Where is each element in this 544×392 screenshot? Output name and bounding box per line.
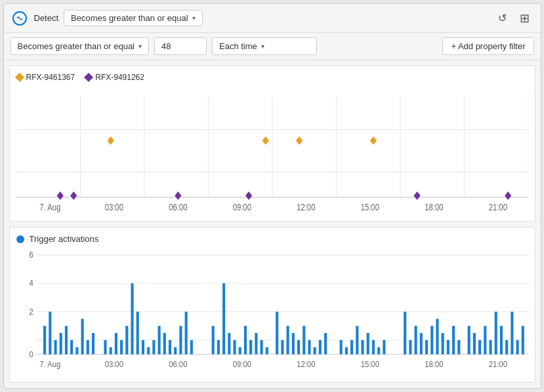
svg-rect-95 bbox=[383, 340, 385, 355]
legend-dot-rfx1 bbox=[14, 73, 24, 82]
svg-rect-49 bbox=[104, 340, 106, 355]
add-property-filter-button[interactable]: + Add property filter bbox=[442, 37, 534, 55]
svg-text:21:00: 21:00 bbox=[488, 201, 507, 212]
frequency-label: Each time bbox=[219, 41, 257, 51]
svg-rect-112 bbox=[494, 312, 497, 355]
svg-rect-76 bbox=[265, 347, 268, 355]
svg-rect-41 bbox=[54, 340, 56, 355]
bar-chart-title-row: Trigger activations bbox=[16, 234, 528, 244]
svg-rect-99 bbox=[419, 333, 422, 355]
svg-rect-80 bbox=[291, 333, 294, 355]
svg-rect-113 bbox=[499, 326, 502, 354]
value-input[interactable] bbox=[154, 37, 207, 55]
condition-dropdown[interactable]: Becomes greater than or equal ▾ bbox=[10, 37, 150, 55]
bar-chart-title-label: Trigger activations bbox=[30, 234, 99, 244]
svg-rect-61 bbox=[168, 340, 171, 355]
svg-text:06:00: 06:00 bbox=[169, 201, 187, 212]
svg-rect-70 bbox=[233, 340, 236, 355]
svg-rect-73 bbox=[249, 340, 252, 355]
svg-marker-12 bbox=[107, 136, 114, 145]
svg-text:12:00: 12:00 bbox=[297, 360, 315, 368]
svg-rect-68 bbox=[222, 283, 225, 354]
svg-rect-85 bbox=[318, 340, 321, 355]
header-dropdown[interactable]: Becomes greater than or equal ▾ bbox=[64, 10, 203, 26]
svg-rect-59 bbox=[157, 326, 160, 354]
svg-text:2: 2 bbox=[29, 307, 33, 316]
svg-rect-63 bbox=[179, 326, 182, 354]
svg-rect-116 bbox=[516, 340, 518, 355]
detect-label: Detect bbox=[34, 13, 59, 23]
svg-text:09:00: 09:00 bbox=[232, 201, 251, 212]
svg-marker-16 bbox=[56, 191, 63, 200]
svg-rect-97 bbox=[409, 340, 411, 355]
svg-rect-79 bbox=[286, 326, 289, 354]
svg-rect-56 bbox=[141, 340, 144, 355]
chevron-down-icon: ▾ bbox=[138, 43, 142, 50]
app-container: Detect Becomes greater than or equal ▾ ↺… bbox=[3, 3, 541, 389]
svg-marker-17 bbox=[70, 191, 77, 200]
svg-rect-94 bbox=[377, 347, 380, 355]
add-icon: ⊞ bbox=[520, 11, 530, 26]
svg-rect-39 bbox=[43, 326, 46, 354]
svg-rect-111 bbox=[489, 340, 492, 355]
chevron-down-icon: ▾ bbox=[192, 14, 196, 22]
svg-rect-47 bbox=[86, 340, 89, 355]
chevron-down-icon: ▾ bbox=[261, 43, 264, 50]
svg-rect-40 bbox=[49, 312, 51, 355]
add-filter-label: + Add property filter bbox=[451, 41, 525, 51]
reset-icon: ↺ bbox=[498, 12, 507, 24]
svg-rect-92 bbox=[366, 333, 369, 355]
bar-chart-legend-dot bbox=[16, 235, 24, 243]
scatter-legend: RFX-9461367 RFX-9491262 bbox=[16, 73, 528, 82]
svg-marker-15 bbox=[369, 136, 376, 145]
svg-rect-110 bbox=[484, 326, 486, 354]
svg-rect-81 bbox=[297, 340, 299, 355]
svg-rect-46 bbox=[81, 319, 83, 354]
svg-rect-93 bbox=[371, 340, 374, 355]
svg-rect-102 bbox=[436, 319, 438, 354]
svg-rect-45 bbox=[75, 347, 78, 355]
svg-text:7. Aug: 7. Aug bbox=[39, 360, 60, 368]
svg-rect-91 bbox=[361, 340, 364, 355]
svg-rect-101 bbox=[430, 326, 433, 354]
svg-text:03:00: 03:00 bbox=[104, 360, 123, 368]
svg-rect-50 bbox=[109, 347, 112, 355]
frequency-dropdown[interactable]: Each time ▾ bbox=[212, 37, 317, 55]
svg-rect-69 bbox=[228, 333, 230, 355]
svg-rect-100 bbox=[425, 340, 427, 355]
legend-item-rfx2: RFX-9491262 bbox=[85, 73, 144, 82]
svg-rect-114 bbox=[505, 340, 508, 355]
svg-text:06:00: 06:00 bbox=[169, 360, 187, 368]
svg-rect-55 bbox=[136, 312, 138, 355]
add-button[interactable]: ⊞ bbox=[516, 9, 534, 28]
svg-rect-88 bbox=[345, 347, 347, 355]
svg-rect-51 bbox=[114, 333, 117, 355]
svg-rect-108 bbox=[472, 333, 475, 355]
svg-rect-109 bbox=[478, 340, 481, 355]
svg-rect-71 bbox=[238, 347, 241, 355]
svg-rect-44 bbox=[70, 340, 73, 355]
svg-text:15:00: 15:00 bbox=[360, 201, 379, 212]
svg-rect-48 bbox=[91, 333, 94, 355]
svg-rect-117 bbox=[521, 326, 524, 354]
svg-rect-115 bbox=[511, 312, 513, 355]
condition-label: Becomes greater than or equal bbox=[18, 41, 135, 51]
svg-rect-105 bbox=[452, 326, 455, 354]
svg-rect-106 bbox=[457, 340, 460, 355]
legend-label-rfx2: RFX-9491262 bbox=[95, 73, 144, 82]
svg-text:03:00: 03:00 bbox=[104, 201, 123, 212]
bar-chart: Trigger activations 6 4 2 0 bbox=[9, 227, 535, 383]
svg-rect-72 bbox=[243, 326, 246, 354]
logo-icon bbox=[10, 9, 29, 28]
reset-button[interactable]: ↺ bbox=[493, 9, 512, 28]
svg-rect-96 bbox=[404, 312, 406, 355]
svg-rect-98 bbox=[414, 326, 417, 354]
svg-text:15:00: 15:00 bbox=[360, 360, 379, 368]
legend-label-rfx1: RFX-9461367 bbox=[26, 73, 75, 82]
svg-rect-89 bbox=[350, 340, 353, 355]
svg-marker-21 bbox=[505, 191, 511, 200]
svg-text:7. Aug: 7. Aug bbox=[39, 201, 60, 212]
header-dropdown-label: Becomes greater than or equal bbox=[71, 13, 188, 23]
svg-rect-84 bbox=[313, 347, 316, 355]
svg-rect-58 bbox=[152, 340, 155, 355]
